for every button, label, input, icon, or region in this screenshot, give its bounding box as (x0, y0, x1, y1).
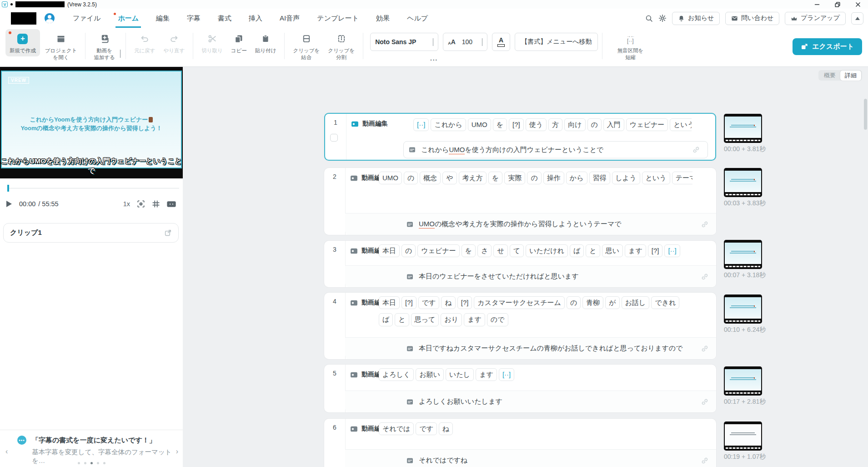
format-menu-button[interactable]: ··· 【書式】メニューへ移動 (515, 33, 598, 51)
subtitle-text[interactable]: これからUMOを使う方向けの入門ウェビナーということで (421, 146, 603, 154)
word-token[interactable]: から (566, 172, 587, 184)
word-token[interactable]: [··] (499, 368, 514, 381)
word-token[interactable]: 考え方 (459, 172, 487, 184)
word-token[interactable]: UMO (468, 118, 491, 131)
word-token[interactable]: の (587, 118, 602, 131)
subtitle-row[interactable]: よろしくお願いいたします (345, 391, 716, 412)
word-token[interactable]: [?] (457, 296, 472, 309)
word-token[interactable]: の (404, 172, 418, 184)
word-token[interactable]: いただけれ (526, 244, 568, 257)
word-token[interactable]: [?] (509, 118, 524, 131)
word-token[interactable]: ます (476, 368, 497, 381)
link-icon[interactable] (701, 398, 709, 406)
subtitle-text[interactable]: それではですね (419, 456, 467, 465)
word-token[interactable]: という (670, 118, 692, 131)
subtitle-row[interactable]: 本日ですねカスタマーサクセスチームの青柳がお話しできればと思っておりますので (345, 337, 716, 359)
word-token[interactable]: いたし (446, 368, 474, 381)
menu-insert[interactable]: 挿入 (249, 9, 262, 28)
link-icon[interactable] (701, 457, 709, 465)
word-token[interactable]: ます (464, 313, 485, 326)
export-button[interactable]: エクスポート (793, 38, 862, 55)
copy-button[interactable]: コピー (227, 29, 251, 56)
subtitle-row[interactable]: これからUMOを使う方向けの入門ウェビナーということで (403, 141, 708, 158)
clip-thumbnail[interactable] (724, 294, 762, 324)
word-token[interactable]: 概念 (420, 172, 441, 184)
word-token[interactable]: [?] (648, 244, 663, 257)
font-size-select[interactable]: AA 100 (443, 33, 487, 51)
restore-button[interactable] (827, 0, 848, 9)
clip-row[interactable]: 1 動画編集 [··]これからUMOを[?]使う方向けの入門ウェビナーということ… (324, 113, 716, 161)
contact-button[interactable]: 問い合わせ (725, 12, 779, 25)
new-project-button[interactable]: + 新規で作成 (5, 29, 40, 56)
word-token[interactable]: を (493, 118, 507, 131)
word-token[interactable]: よろしく (379, 368, 414, 381)
tip-prev-arrow[interactable]: ‹ (5, 447, 8, 456)
word-token[interactable]: さ (477, 244, 492, 257)
word-token[interactable]: [··] (413, 118, 429, 131)
word-token[interactable]: ウェビナー (626, 118, 668, 131)
font-family-select[interactable]: Noto Sans JP (370, 33, 438, 51)
word-token[interactable]: です (416, 422, 437, 435)
word-token[interactable]: せ (493, 244, 507, 257)
search-icon[interactable] (645, 15, 653, 22)
word-token[interactable]: が (605, 296, 619, 309)
word-token[interactable]: ウェビナー (417, 244, 459, 257)
link-icon[interactable] (701, 345, 709, 353)
menu-effect[interactable]: 効果 (376, 9, 390, 28)
link-icon[interactable] (701, 220, 709, 228)
minimize-button[interactable] (807, 0, 827, 9)
word-token[interactable]: しよう (612, 172, 640, 184)
play-button[interactable] (6, 201, 12, 207)
grid-icon[interactable] (152, 200, 160, 208)
user-avatar[interactable] (45, 13, 55, 23)
scrollbar-thumb[interactable] (864, 99, 867, 130)
clip-checkbox[interactable] (330, 134, 338, 142)
subtitle-text[interactable]: よろしくお願いいたします (419, 397, 502, 406)
external-link-icon[interactable] (164, 229, 172, 237)
word-token[interactable]: を (488, 172, 502, 184)
word-token[interactable]: ば (379, 313, 393, 326)
word-token[interactable]: という (642, 172, 670, 184)
word-token[interactable]: 思い (602, 244, 623, 257)
word-token[interactable]: これから (431, 118, 466, 131)
word-token[interactable]: おり (441, 313, 462, 326)
word-token[interactable]: 向け (564, 118, 585, 131)
menu-file[interactable]: ファイル (73, 9, 100, 28)
settings-gear-icon[interactable] (658, 14, 667, 22)
word-token[interactable]: ます (625, 244, 646, 257)
word-token[interactable]: 実際 (504, 172, 525, 184)
word-token[interactable]: の (567, 296, 581, 309)
view-overview-tab[interactable]: 概要 (819, 71, 840, 81)
link-icon[interactable] (692, 146, 700, 154)
plan-upgrade-button[interactable]: プランアップ (785, 12, 846, 25)
playhead[interactable] (7, 185, 9, 192)
undo-button[interactable]: 元に戻す (130, 29, 160, 56)
word-token[interactable]: 習得 (589, 172, 610, 184)
clip-row[interactable]: 6 動画編集 それではですね それではですね (324, 419, 716, 467)
menu-help[interactable]: ヘルプ (407, 9, 428, 28)
font-color-button[interactable]: A (492, 33, 510, 51)
paste-button[interactable]: 貼り付け (251, 29, 281, 56)
notifications-button[interactable]: お知らせ (672, 12, 720, 25)
word-token[interactable]: [?] (401, 296, 416, 309)
word-token[interactable]: それでは (379, 422, 414, 435)
link-icon[interactable] (701, 273, 709, 281)
clip-row[interactable]: 2 動画編集 UMOの概念や考え方を実際の操作から習得しようというテーマで UM… (324, 168, 716, 235)
clip-thumbnail[interactable] (724, 421, 762, 451)
carousel-dots[interactable] (0, 462, 183, 464)
word-token[interactable]: ね (441, 296, 455, 309)
menu-edit[interactable]: 編集 (156, 9, 170, 28)
word-token[interactable]: 操作 (543, 172, 564, 184)
clip-thumbnail[interactable] (724, 240, 762, 269)
word-token[interactable]: ので (487, 313, 508, 326)
word-token[interactable]: と (395, 313, 409, 326)
subtitle-text[interactable]: 本日のウェビナーをさせていただければと思います (419, 272, 579, 281)
word-token[interactable]: や (442, 172, 457, 184)
subtitle-row[interactable]: 本日のウェビナーをさせていただければと思います (345, 265, 716, 287)
aspect-ratio-icon[interactable] (166, 200, 176, 208)
word-token[interactable]: ね (439, 422, 453, 435)
word-token[interactable]: の (527, 172, 541, 184)
subtitle-row[interactable]: UMOの概念や考え方を実際の操作から習得しようというテーマで (345, 213, 716, 235)
close-button[interactable] (848, 0, 868, 9)
redo-button[interactable]: やり直す (160, 29, 189, 56)
